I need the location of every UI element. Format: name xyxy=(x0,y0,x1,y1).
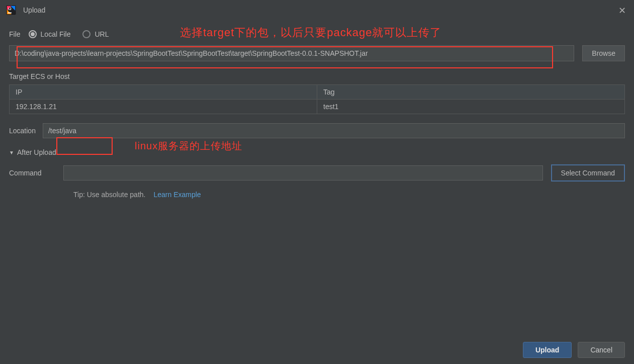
learn-example-link[interactable]: Learn Example xyxy=(153,191,201,199)
annotation-top: 选择target下的包，以后只要package就可以上传了 xyxy=(180,25,441,40)
radio-circle-icon xyxy=(82,30,90,38)
cancel-button[interactable]: Cancel xyxy=(578,342,625,358)
target-label: Target ECS or Host xyxy=(9,72,625,80)
column-header-tag[interactable]: Tag xyxy=(317,85,625,100)
radio-local-file[interactable]: Local File xyxy=(29,30,71,38)
select-command-button[interactable]: Select Command xyxy=(551,164,625,181)
target-hosts-table: IP Tag 192.128.1.21 test1 xyxy=(9,84,625,114)
dialog-title: Upload xyxy=(23,6,45,14)
radio-url-label: URL xyxy=(95,30,109,38)
browse-button[interactable]: Browse xyxy=(582,45,625,61)
close-icon[interactable]: ✕ xyxy=(618,5,626,16)
radio-circle-icon xyxy=(29,30,37,38)
column-header-ip[interactable]: IP xyxy=(10,85,317,100)
command-label: Command xyxy=(9,169,55,177)
chevron-down-icon: ▼ xyxy=(9,150,14,155)
after-upload-label: After Upload xyxy=(17,148,56,156)
after-upload-toggle[interactable]: ▼ After Upload xyxy=(9,148,625,156)
dialog-titlebar: IJ Upload ✕ xyxy=(0,0,634,20)
cell-tag: test1 xyxy=(317,100,625,114)
file-label: File xyxy=(9,30,21,38)
table-row[interactable]: 192.128.1.21 test1 xyxy=(10,100,625,114)
file-source-radio-group: Local File URL xyxy=(29,30,109,38)
svg-rect-1 xyxy=(8,13,12,14)
command-input[interactable] xyxy=(63,165,543,180)
annotation-location: linux服务器的上传地址 xyxy=(135,139,242,153)
dialog-footer: Upload Cancel xyxy=(523,342,625,358)
location-input[interactable]: /test/java xyxy=(43,123,625,138)
tip-text: Tip: Use absolute path. xyxy=(73,191,145,199)
upload-button[interactable]: Upload xyxy=(523,342,572,358)
svg-text:IJ: IJ xyxy=(9,7,12,11)
radio-url[interactable]: URL xyxy=(82,30,109,38)
location-label: Location xyxy=(9,127,36,135)
radio-local-file-label: Local File xyxy=(41,30,71,38)
cell-ip: 192.128.1.21 xyxy=(10,100,317,114)
file-path-input[interactable]: D:\coding\java-projects\learn-projects\S… xyxy=(9,45,574,61)
intellij-icon: IJ xyxy=(5,4,17,16)
